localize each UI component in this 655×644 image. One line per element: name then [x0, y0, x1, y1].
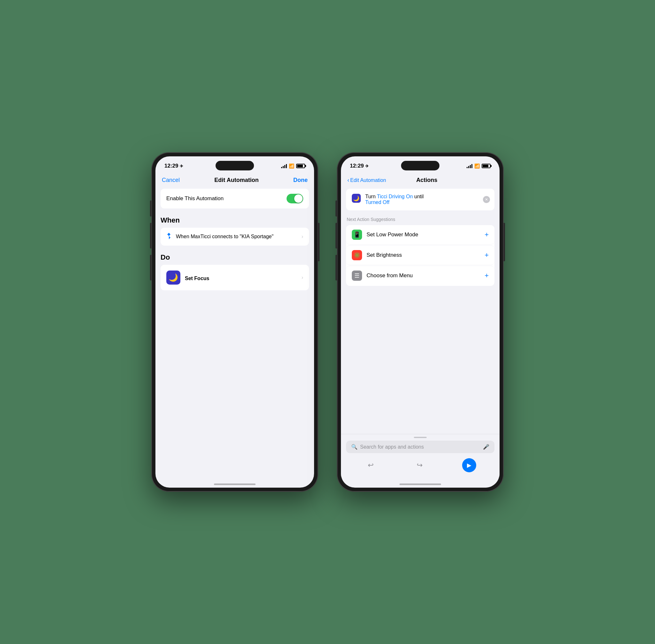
cancel-button[interactable]: Cancel	[162, 177, 180, 184]
add-menu-button[interactable]: +	[484, 272, 489, 280]
chevron-right-icon: ›	[301, 234, 303, 239]
home-indicator	[155, 476, 314, 488]
action-turned-off-text[interactable]: Turned Off	[365, 200, 389, 205]
battery-icon	[296, 164, 305, 168]
do-chevron-icon: ›	[301, 275, 303, 280]
do-item-content: Set Focus	[185, 274, 297, 281]
left-nav-bar: Cancel Edit Automation Done	[161, 174, 309, 189]
suggestion-item-brightness[interactable]: ✳️ Set Brightness +	[346, 245, 494, 265]
search-placeholder: Search for apps and actions	[360, 444, 480, 450]
right-dynamic-island	[401, 161, 439, 170]
suggestions-label: Next Action Suggestions	[346, 217, 494, 222]
action-turn-text: Turn	[365, 194, 376, 199]
action-close-button[interactable]: ✕	[483, 196, 490, 203]
when-condition-text: When MaxTicci connects to "KIA Sportage"	[176, 234, 297, 239]
left-time: 12:29 ✈	[164, 163, 183, 169]
dynamic-island	[216, 161, 254, 170]
left-screen-content: Cancel Edit Automation Done Enable This …	[155, 174, 314, 476]
bottom-drag-handle	[346, 437, 494, 438]
undo-button[interactable]: ↩	[364, 459, 377, 472]
drag-bar	[414, 437, 427, 438]
enable-automation-row: Enable This Automation	[161, 189, 309, 208]
suggestions-list: 📱 Set Low Power Mode + ✳️ Set Brightness…	[346, 225, 494, 286]
search-icon: 🔍	[351, 444, 358, 450]
low-power-icon: 📱	[352, 230, 362, 240]
bluetooth-icon	[166, 232, 172, 241]
left-nav-title: Edit Automation	[214, 177, 258, 184]
right-wifi-icon: 📶	[474, 163, 480, 168]
do-header: Do	[161, 253, 309, 261]
mic-icon[interactable]: 🎤	[483, 444, 489, 450]
do-action-item[interactable]: 🌙 Set Focus ›	[161, 265, 309, 290]
right-nav-bar: ‹ Edit Automation Actions	[346, 174, 494, 189]
when-condition-item[interactable]: When MaxTicci connects to "KIA Sportage"…	[161, 228, 309, 246]
wifi-icon: 📶	[289, 163, 294, 168]
home-bar	[214, 483, 255, 485]
action-until-text: until	[414, 194, 424, 199]
search-bar[interactable]: 🔍 Search for apps and actions 🎤	[346, 441, 494, 453]
bottom-bar: 🔍 Search for apps and actions 🎤 ↩ ↪ ▶	[341, 434, 500, 476]
right-iphone: 12:29 ✈ 📶 ‹	[337, 153, 503, 491]
back-label: Edit Automation	[350, 178, 386, 183]
add-low-power-button[interactable]: +	[484, 231, 489, 239]
redo-button[interactable]: ↪	[413, 459, 426, 472]
right-status-icons: 📶	[467, 163, 491, 168]
when-header: When	[161, 216, 309, 225]
right-nav-title: Actions	[416, 177, 437, 184]
right-home-indicator	[341, 476, 500, 488]
add-brightness-button[interactable]: +	[484, 251, 489, 259]
action-card[interactable]: 🌙 Turn Ticci Driving On until Turned Off	[346, 189, 494, 210]
suggestion-item-menu[interactable]: ☰ Choose from Menu +	[346, 266, 494, 285]
left-iphone: 12:29 ✈ 📶 Cancel Edit	[152, 153, 318, 491]
bottom-controls: ↩ ↪ ▶	[346, 457, 494, 475]
focus-icon: 🌙	[166, 271, 180, 284]
done-button[interactable]: Done	[293, 177, 308, 184]
signal-icon	[281, 164, 287, 168]
menu-label: Choose from Menu	[366, 272, 480, 279]
brightness-icon: ✳️	[352, 250, 362, 260]
enable-automation-toggle[interactable]	[287, 194, 303, 203]
right-time-text: 12:29	[350, 163, 364, 169]
do-item-title: Set Focus	[185, 276, 297, 281]
time-text: 12:29	[164, 163, 178, 169]
phones-container: 12:29 ✈ 📶 Cancel Edit	[152, 153, 503, 491]
right-screen-content: ‹ Edit Automation Actions 🌙 Turn Ticci D…	[341, 174, 500, 434]
brightness-label: Set Brightness	[366, 252, 480, 258]
left-status-icons: 📶	[281, 163, 305, 168]
chevron-left-icon: ‹	[347, 177, 349, 184]
action-on-text[interactable]: On	[406, 194, 412, 199]
action-name-text[interactable]: Ticci Driving	[377, 194, 405, 199]
right-time: 12:29 ✈	[350, 163, 369, 169]
right-battery-icon	[482, 164, 491, 168]
back-button[interactable]: ‹ Edit Automation	[347, 177, 386, 184]
right-home-bar	[400, 483, 441, 485]
right-signal-icon	[467, 164, 472, 168]
low-power-label: Set Low Power Mode	[366, 231, 480, 238]
suggestion-item-low-power[interactable]: 📱 Set Low Power Mode +	[346, 225, 494, 245]
play-button[interactable]: ▶	[462, 458, 476, 472]
menu-icon: ☰	[352, 271, 362, 281]
action-card-content: Turn Ticci Driving On until Turned Off	[365, 194, 489, 205]
enable-automation-label: Enable This Automation	[166, 196, 224, 202]
action-card-icon: 🌙	[352, 194, 361, 203]
